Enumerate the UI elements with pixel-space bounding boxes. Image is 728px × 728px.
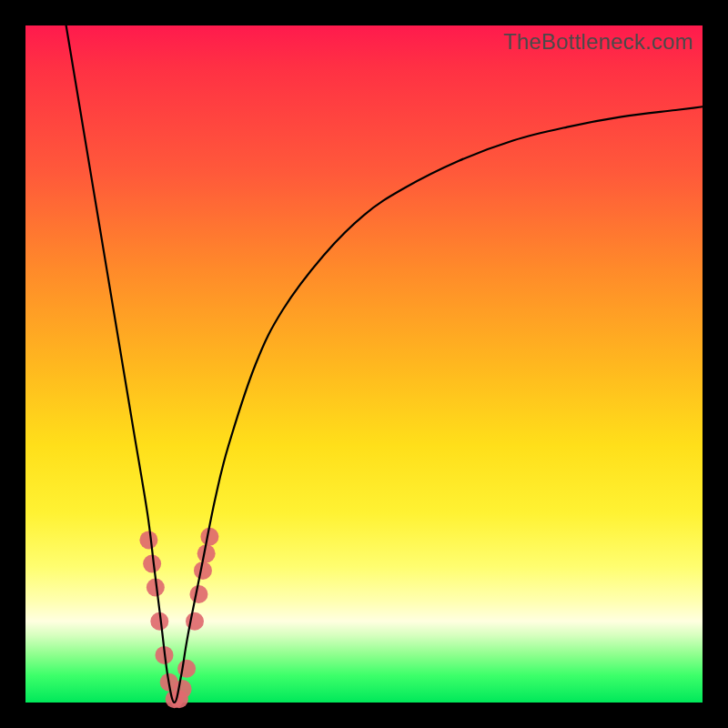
plot-area: TheBottleneck.com (25, 25, 703, 703)
chart-frame: TheBottleneck.com (0, 0, 728, 728)
marker-dot (189, 585, 207, 603)
marker-dot (174, 680, 192, 698)
marker-dot (177, 660, 196, 678)
chart-svg (25, 25, 703, 703)
bottleneck-curve (66, 25, 703, 703)
marker-dot (139, 531, 157, 549)
